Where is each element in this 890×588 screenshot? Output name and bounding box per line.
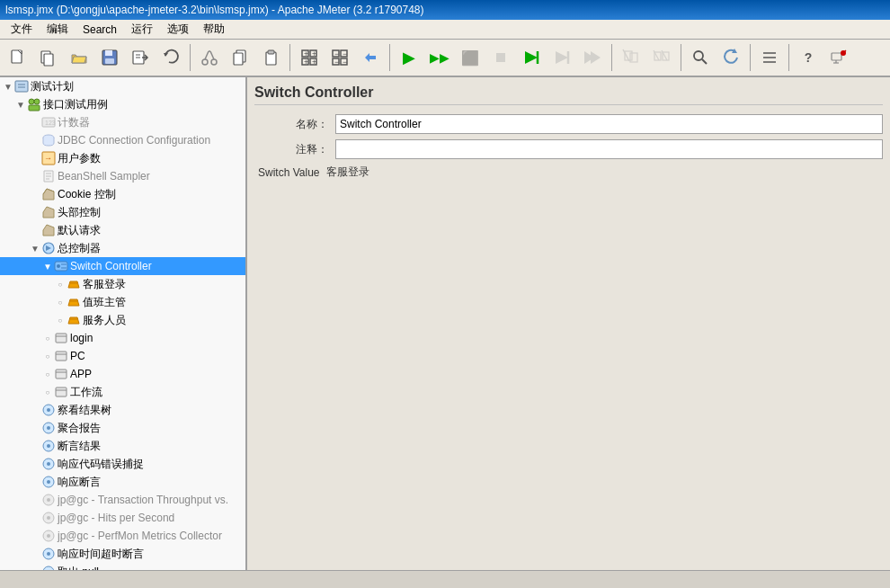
svg-marker-9	[164, 53, 168, 57]
toggle-test-plan[interactable]: ▼	[2, 80, 14, 93]
tree-item-extract-null[interactable]: 取出 null	[0, 563, 245, 570]
list-button[interactable]	[755, 43, 784, 72]
tree-item-response-assert[interactable]: 响应断言	[0, 473, 245, 491]
tree-item-login[interactable]: ○ login	[0, 329, 245, 347]
extract-null-icon	[41, 565, 56, 570]
svg-rect-5	[105, 58, 114, 64]
tree-item-beanshell[interactable]: BeanShell Sampler	[0, 167, 245, 185]
svg-text:+: +	[312, 58, 316, 67]
tree-item-cookie[interactable]: Cookie 控制	[0, 185, 245, 203]
tree-item-header[interactable]: 头部控制	[0, 203, 245, 221]
stop-now-button[interactable]: ⏹	[486, 43, 515, 72]
tree-item-user-param[interactable]: → 用户参数	[0, 149, 245, 167]
remote-start-button[interactable]	[517, 43, 546, 72]
remote-stop-button[interactable]	[547, 43, 576, 72]
save-button[interactable]	[95, 43, 124, 72]
fuwurenyuan-label: 服务人员	[83, 313, 126, 328]
new-button[interactable]	[4, 43, 32, 72]
tree-item-response-time[interactable]: 响应时间超时断言	[0, 545, 245, 563]
kefu-label: 客服登录	[83, 277, 126, 292]
tree-item-switch-controller[interactable]: ▼ Switch Controller	[0, 257, 245, 275]
revert-button[interactable]	[156, 43, 185, 72]
comment-label: 注释：	[254, 142, 335, 157]
start-no-pause-button[interactable]: ▶▶	[425, 43, 454, 72]
collapse-button[interactable]: −−−−	[325, 43, 354, 72]
reset-button[interactable]	[716, 43, 745, 72]
plan-icon	[14, 79, 29, 94]
tree-item-test-plan[interactable]: ▼ 测试计划	[0, 77, 245, 95]
toggle-switch-ctrl[interactable]: ▼	[41, 260, 54, 272]
response-code-label: 响应代码错误捕捉	[58, 457, 144, 472]
svg-rect-54	[832, 53, 841, 60]
remote-stop-all-button[interactable]	[578, 43, 607, 72]
zhibanzhuguan-label: 值班主管	[83, 295, 126, 310]
tree-item-jp-transaction[interactable]: jp@gc - Transaction Throughput vs.	[0, 491, 245, 509]
tree-item-default-req[interactable]: 默认请求	[0, 221, 245, 239]
tree-item-app[interactable]: ○ APP	[0, 365, 245, 383]
response-assert-icon	[41, 475, 56, 489]
tree-item-fuwurenyuan[interactable]: ○ 服务人员	[0, 311, 245, 329]
svg-rect-4	[105, 50, 112, 56]
tree-item-counter[interactable]: 123 计数器	[0, 113, 245, 131]
menu-run[interactable]: 运行	[124, 20, 160, 39]
tree-item-zhibanzhuguan[interactable]: ○ 值班主管	[0, 293, 245, 311]
menu-options[interactable]: 选项	[160, 20, 196, 39]
search-button[interactable]	[686, 43, 715, 72]
assertion-result-label: 断言结果	[58, 439, 101, 454]
paste-button[interactable]	[256, 43, 285, 72]
default-req-label: 默认请求	[58, 223, 101, 238]
open-button[interactable]	[65, 43, 93, 72]
tree-item-kefu[interactable]: ○ 客服登录	[0, 275, 245, 293]
tree-item-thread-group[interactable]: ▼ 接口测试用例	[0, 95, 245, 113]
tree-item-pc[interactable]: ○ PC	[0, 347, 245, 365]
toggle-button[interactable]	[356, 43, 385, 72]
tree-item-main-controller[interactable]: ▼ 总控制器	[0, 239, 245, 257]
tree-item-result-tree[interactable]: 察看结果树	[0, 401, 245, 419]
tree-item-aggregate[interactable]: 聚合报告	[0, 419, 245, 437]
toggle-main-ctrl[interactable]: ▼	[29, 242, 41, 254]
start-button[interactable]: ▶	[395, 43, 423, 72]
svg-point-91	[47, 426, 50, 430]
svg-point-89	[47, 408, 50, 412]
tree-item-response-code[interactable]: 响应代码错误捕捉	[0, 455, 245, 473]
tree-item-assertion-result[interactable]: 断言结果	[0, 437, 245, 455]
svg-point-97	[47, 480, 50, 484]
svg-rect-18	[268, 50, 274, 54]
help-button[interactable]: ?	[794, 43, 823, 72]
templates-button[interactable]	[34, 43, 63, 72]
menu-edit[interactable]: 编辑	[40, 20, 76, 39]
expand-button[interactable]: ++++	[295, 43, 324, 72]
result-tree-label: 察看结果树	[58, 403, 111, 418]
remote-button[interactable]	[824, 43, 853, 72]
svg-point-101	[47, 516, 50, 520]
save-as-button[interactable]	[126, 43, 155, 72]
tree-panel: ▼ 测试计划 ▼ 接口测试用例 123 计数器	[0, 77, 247, 570]
user-param-icon: →	[41, 151, 56, 165]
tree-item-jp-hits[interactable]: jp@gc - Hits per Second	[0, 509, 245, 527]
jp-hits-label: jp@gc - Hits per Second	[58, 512, 174, 524]
clear-all-button[interactable]	[647, 43, 676, 72]
svg-point-10	[202, 59, 208, 65]
menu-file[interactable]: 文件	[4, 20, 40, 39]
toolbar-sep-1	[190, 44, 191, 71]
cut-button[interactable]	[195, 43, 224, 72]
menu-search[interactable]: Search	[76, 22, 124, 38]
menu-help[interactable]: 帮助	[196, 20, 232, 39]
toggle-thread[interactable]: ▼	[14, 98, 27, 111]
tree-item-jp-perfmon[interactable]: jp@gc - PerfMon Metrics Collector	[0, 527, 245, 545]
tree-item-jdbc[interactable]: JDBC Connection Configuration	[0, 131, 245, 149]
svg-point-63	[34, 99, 40, 104]
switch-controller-label: Switch Controller	[70, 260, 152, 272]
thread-group-icon	[27, 97, 41, 111]
tree-item-workflow[interactable]: ○ 工作流	[0, 383, 245, 401]
counter-icon: 123	[41, 115, 56, 129]
stop-button[interactable]: ⬛	[456, 43, 485, 72]
pc-label: PC	[70, 350, 85, 362]
clear-button[interactable]	[617, 43, 645, 72]
name-input[interactable]	[335, 114, 883, 134]
copy-button[interactable]	[226, 43, 254, 72]
svg-point-106	[43, 566, 54, 570]
pc-icon	[54, 349, 68, 363]
comment-input[interactable]	[335, 139, 883, 159]
beanshell-label: BeanShell Sampler	[58, 170, 150, 183]
